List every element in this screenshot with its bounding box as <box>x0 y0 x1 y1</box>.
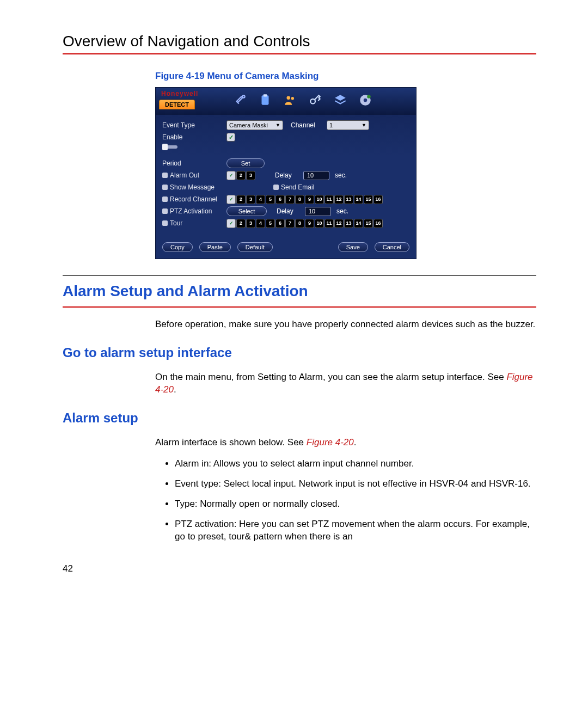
list-item: Alarm in: Allows you to select alarm inp… <box>175 458 536 470</box>
label-record-channel: Record Channel <box>162 195 223 203</box>
label-ptz-activation: PTZ Activation <box>162 207 223 215</box>
rec-ch[interactable]: 10 <box>315 195 324 204</box>
tour-ch[interactable]: 14 <box>354 219 363 228</box>
tour-ch[interactable]: 7 <box>285 219 295 228</box>
tour-channels[interactable]: ✓ 2 3 4 5 6 7 8 9 10 11 12 13 14 <box>226 219 383 228</box>
rec-ch[interactable]: 3 <box>246 195 255 204</box>
sub1-paragraph: On the main menu, from Setting to Alarm,… <box>155 371 536 396</box>
tour-ch[interactable]: 3 <box>246 219 255 228</box>
tour-ch[interactable]: 13 <box>344 219 353 228</box>
ptz-select-button[interactable]: Select <box>226 206 267 216</box>
rec-ch[interactable]: 11 <box>324 195 334 204</box>
tour-ch[interactable]: 9 <box>305 219 314 228</box>
label-channel: Channel <box>286 121 323 129</box>
alarm-out-channels[interactable]: ✓ 2 3 <box>226 171 255 180</box>
sub2-text-a: Alarm interface is shown below. See <box>155 437 307 447</box>
dropdown-channel[interactable]: 1▼ <box>327 120 369 130</box>
dvr-topbar: Honeywell DETECT <box>156 88 416 115</box>
tour-ch[interactable]: 11 <box>324 219 334 228</box>
sub2-paragraph: Alarm interface is shown below. See Figu… <box>155 437 536 449</box>
cancel-button[interactable]: Cancel <box>375 242 409 252</box>
dropdown-event-type[interactable]: Camera Maski▼ <box>226 120 283 130</box>
tour-ch[interactable]: 12 <box>334 219 344 228</box>
checkbox-enable[interactable]: ✓ <box>226 133 235 142</box>
svg-point-7 <box>364 99 367 102</box>
label-sec: sec. <box>333 171 347 179</box>
sub1-text-b: . <box>174 384 176 395</box>
tour-ch[interactable]: 15 <box>364 219 373 228</box>
divider <box>63 306 536 308</box>
rec-ch[interactable]: 9 <box>305 195 314 204</box>
rec-ch[interactable]: 7 <box>285 195 295 204</box>
brand-logo: Honeywell <box>156 88 221 97</box>
rec-ch[interactable]: 15 <box>364 195 373 204</box>
rec-ch-1[interactable]: ✓ <box>226 195 236 204</box>
figure-caption: Figure 4-19 Menu of Camera Masking <box>155 71 536 82</box>
svg-rect-1 <box>262 95 269 105</box>
sensitivity-slider[interactable] <box>162 145 177 149</box>
dropdown-event-type-value: Camera Maski <box>229 122 268 128</box>
clipboard-icon[interactable] <box>257 92 273 108</box>
label-delay: Delay <box>270 207 302 215</box>
bullet-list: Alarm in: Allows you to select alarm inp… <box>155 458 536 543</box>
disk-icon[interactable] <box>357 92 373 108</box>
page-title: Overview of Navigation and Controls <box>63 33 536 54</box>
alarm-out-1[interactable]: ✓ <box>226 171 236 180</box>
rec-ch[interactable]: 14 <box>354 195 363 204</box>
record-channels[interactable]: ✓ 2 3 4 5 6 7 8 9 10 11 12 13 14 <box>226 195 383 204</box>
rec-ch[interactable]: 2 <box>236 195 246 204</box>
people-icon[interactable] <box>282 92 298 108</box>
dropdown-channel-value: 1 <box>329 122 333 128</box>
default-button[interactable]: Default <box>237 242 273 252</box>
label-period: Period <box>162 159 223 167</box>
label-send-email: Send Email <box>273 183 314 191</box>
label-alarm-out: Alarm Out <box>162 171 223 179</box>
sub2-text-b: . <box>354 437 357 447</box>
rec-ch[interactable]: 8 <box>295 195 304 204</box>
subsection-heading: Go to alarm setup interface <box>63 345 536 360</box>
svg-point-4 <box>291 97 294 100</box>
rec-ch[interactable]: 12 <box>334 195 344 204</box>
label-sec: sec. <box>334 207 348 215</box>
label-enable: Enable <box>162 133 223 141</box>
label-delay: Delay <box>259 171 300 179</box>
tour-ch-1[interactable]: ✓ <box>226 219 236 228</box>
rec-ch[interactable]: 13 <box>344 195 353 204</box>
copy-button[interactable]: Copy <box>162 242 193 252</box>
rec-ch[interactable]: 4 <box>256 195 265 204</box>
paste-button[interactable]: Paste <box>199 242 231 252</box>
label-tour: Tour <box>162 219 223 227</box>
list-item: PTZ activation: Here you can set PTZ mov… <box>175 518 536 543</box>
tour-ch[interactable]: 4 <box>256 219 265 228</box>
svg-point-3 <box>287 96 291 100</box>
input-delay-ptz[interactable]: 10 <box>305 207 331 216</box>
tour-ch[interactable]: 6 <box>275 219 285 228</box>
sub1-text-a: On the main menu, from Setting to Alarm,… <box>155 372 506 382</box>
tour-ch[interactable]: 16 <box>373 219 383 228</box>
chevron-down-icon: ▼ <box>275 122 280 128</box>
tour-ch[interactable]: 5 <box>266 219 275 228</box>
key-icon[interactable] <box>307 92 323 108</box>
rec-ch[interactable]: 5 <box>266 195 275 204</box>
alarm-out-3[interactable]: 3 <box>246 171 255 180</box>
divider <box>63 275 536 276</box>
input-delay-alarm[interactable]: 10 <box>303 171 329 180</box>
dvr-screenshot: Honeywell DETECT Event Type Camera Maski <box>155 87 416 259</box>
tour-ch[interactable]: 2 <box>236 219 246 228</box>
tab-detect[interactable]: DETECT <box>159 100 195 109</box>
layers-icon[interactable] <box>332 92 348 108</box>
intro-paragraph: Before operation, make sure you have pro… <box>155 318 536 331</box>
rec-ch[interactable]: 16 <box>373 195 383 204</box>
alarm-out-2[interactable]: 2 <box>236 171 246 180</box>
svg-point-0 <box>242 95 244 97</box>
svg-rect-2 <box>264 94 267 96</box>
tour-ch[interactable]: 10 <box>315 219 324 228</box>
list-item: Type: Normally open or normally closed. <box>175 498 536 511</box>
rec-ch[interactable]: 6 <box>275 195 285 204</box>
tour-ch[interactable]: 8 <box>295 219 304 228</box>
period-set-button[interactable]: Set <box>226 158 265 168</box>
tools-icon[interactable] <box>232 92 248 108</box>
save-button[interactable]: Save <box>338 242 368 252</box>
label-show-message: Show Message <box>162 183 223 191</box>
section-heading: Alarm Setup and Alarm Activation <box>63 283 536 300</box>
